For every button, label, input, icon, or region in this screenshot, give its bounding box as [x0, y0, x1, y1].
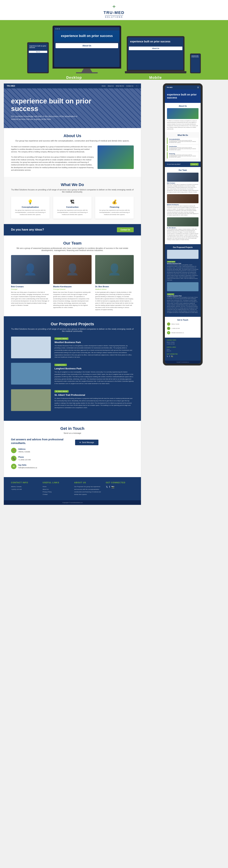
nav-logo: TRU-MED: [7, 85, 15, 87]
team-name-3: Dr. Ben Brown: [95, 285, 134, 288]
facebook-footer-icon[interactable]: f: [109, 486, 110, 488]
service-title-1: Conceptualization: [14, 206, 47, 208]
team-card-1: 👤 Bob Cromars Principal Bob has over thi…: [11, 255, 50, 311]
nav-what-we-do[interactable]: What We Do: [116, 85, 124, 87]
about-subtitle: Our group has experience and success wit…: [11, 140, 134, 142]
hamburger-icon[interactable]: ☰: [197, 86, 199, 88]
laptop-mockup: experience built on prior success About …: [125, 36, 186, 73]
mobile-team-bio-3: A short graduate with a degree in family…: [167, 228, 198, 241]
mobile-service-title-3: Financing: [169, 153, 197, 154]
mobile-phone-text: +1 (403) 123 346: [171, 328, 180, 329]
footer-link-about[interactable]: About Us: [43, 488, 71, 491]
tablet-hero: experience built on prior success: [28, 43, 48, 50]
mobile-team-card-2: Blanke Kernhauzen Blanko has more than 2…: [167, 194, 198, 216]
team-name-1: Bob Cromars: [11, 285, 50, 288]
mobile-team-name-2: Blanke Kernhauzen: [167, 204, 198, 205]
mobile-team-photo-2: [167, 194, 198, 203]
project-image-3: [11, 389, 51, 411]
contact-email-detail: Say Hello hello@trumedsolutions.ca: [18, 464, 37, 469]
mobile-projects-section: Our Proposed Projects Langdon, Alberta W…: [165, 244, 201, 317]
construction-icon: 🏗: [56, 199, 89, 205]
tablet-frame: experience built on prior success About …: [27, 42, 49, 73]
mobile-contact-section: Get in Touch 📍 Alberta, Canada 📞 +1 (403…: [165, 317, 201, 338]
monitor-stand: [82, 69, 92, 72]
mobile-instagram-icon[interactable]: 📷: [171, 355, 173, 358]
logo: + TRU-MED SOLUTIONS: [103, 3, 124, 18]
ideas-banner: Do you have any ideas? Contact Us: [4, 224, 141, 236]
footer-columns: Contact Info Alberta, Canada +1(403) 123…: [11, 482, 134, 496]
footer-link-contact[interactable]: Contact: [43, 493, 71, 496]
mobile-team-section: Our Team Bob Cromars Bob has over thirty…: [165, 167, 201, 244]
mobile-service-1: Conceptualization Our group has experien…: [167, 138, 198, 144]
mobile-twitter-icon[interactable]: 𝕏: [167, 355, 168, 358]
logo-text: TRU-MED: [103, 10, 124, 15]
logo-icon: +: [112, 3, 116, 10]
project-tag-1: Langdon, Alberta: [55, 337, 68, 340]
copyright-text: Copyright © trumedsolutions.ca: [11, 502, 134, 503]
team-photo-1: 👤: [11, 255, 50, 284]
footer-link-home[interactable]: Home: [43, 486, 71, 488]
instagram-icon[interactable]: i: [138, 85, 138, 87]
footer-about-col: About Us Our Proposed Our group has expe…: [74, 482, 102, 496]
mobile-project-1: Langdon, Alberta Westfort Business Park …: [167, 250, 198, 281]
mobile-footer-link-about[interactable]: About Us: [167, 350, 199, 352]
monitor-nav: [54, 27, 120, 30]
mobile-projects-heading: Our Proposed Projects: [167, 246, 198, 248]
mobile-project-2: Langford, B.C. Langford Business Park Th…: [167, 282, 198, 313]
contact-us-button[interactable]: Contact Us: [117, 227, 134, 232]
site-header: + TRU-MED SOLUTIONS: [0, 0, 228, 20]
monitor-hero-text: experience built on prior success: [57, 34, 117, 38]
nav-about[interactable]: About Us: [108, 85, 113, 87]
service-financing: 💰 Financing Our group has experience and…: [95, 196, 134, 219]
mobile-preview-frame: TRU-MED ☰ experience built on prior succ…: [163, 83, 203, 366]
mobile-hero: experience built on prior success: [165, 90, 201, 103]
contact-section: Get in Touch Send us a message Get answe…: [4, 421, 141, 477]
mobile-project-desc-2: The city of Langford is a new municipali…: [167, 297, 198, 313]
person-silhouette-1: 👤: [11, 255, 50, 284]
mobile-footer-contact: Contact Info Alberta, Canada +1(403) 123…: [167, 339, 199, 345]
footer-about-text: Our Proposed Our group has experience an…: [74, 486, 102, 496]
send-button-label: Send Message: [82, 441, 94, 443]
mobile-facebook-icon[interactable]: f: [169, 355, 170, 358]
mobile-team-card-1: Bob Cromars Bob has over thirty years of…: [167, 173, 198, 193]
footer-links-col: Useful Links Home About Us Privacy Polic…: [43, 482, 71, 496]
team-subtitle: We are a group of seasoned business prof…: [11, 247, 134, 251]
mobile-address-text: Alberta, Canada: [171, 323, 179, 324]
nav-contact[interactable]: Contact Us: [126, 85, 133, 87]
send-message-button[interactable]: ✉ Send Message: [75, 440, 98, 445]
services-row: 💡 Conceptualization Our group has experi…: [11, 196, 134, 219]
mobile-contact-button[interactable]: Contact Us: [190, 163, 198, 165]
service-conceptualization: 💡 Conceptualization Our group has experi…: [11, 196, 50, 219]
mobile-nav-logo: TRU-MED: [167, 87, 172, 88]
monitor-frame: experience built on prior success About …: [53, 26, 121, 69]
projects-subtitle: Tru-Med Solutions focuses on providing a…: [11, 328, 134, 332]
device-showcase: experience built on prior success About …: [0, 20, 228, 80]
person-silhouette-2: 👤: [53, 255, 92, 284]
phone-hero: experience built on prior success: [191, 54, 200, 58]
address-icon: 📍: [11, 448, 17, 453]
team-photo-2: 👤: [53, 255, 92, 284]
nav-home[interactable]: Home: [102, 85, 105, 87]
about-content: Tru-Med is an investment company put tog…: [11, 146, 134, 172]
project-text-2: Langford, B.C. Langford Business Park Th…: [55, 363, 134, 385]
ideas-text: Do you have any ideas?: [11, 228, 44, 231]
about-image: [98, 146, 134, 169]
team-card-2: 👤 Blanke Kernhauzen Principal Director B…: [53, 255, 92, 311]
projects-section: Our Proposed Projects Tru-Med Solutions …: [4, 316, 141, 421]
what-we-do-heading: What We Do: [11, 182, 134, 187]
mobile-service-title-1: Conceptualization: [169, 138, 197, 140]
mobile-service-title-2: Construction: [169, 146, 197, 147]
desktop-nav: TRU-MED Home About Us What We Do Contact…: [4, 84, 141, 88]
project-item-1: Langdon, Alberta Westfort Business Park …: [11, 337, 134, 359]
mobile-project-img-1: [167, 250, 198, 259]
contact-phone-detail: Phone +1 (403) 123 346: [18, 456, 31, 461]
facebook-icon[interactable]: f: [136, 85, 137, 87]
nav-links[interactable]: Home About Us What We Do Contact Us: [102, 85, 133, 87]
instagram-footer-icon[interactable]: 📷: [111, 486, 115, 488]
mobile-footer-link-home[interactable]: Home: [167, 348, 199, 350]
project-title-1: Westfort Business Park: [55, 341, 134, 344]
twitter-icon[interactable]: 𝕏: [106, 486, 108, 488]
mobile-nav: TRU-MED ☰: [165, 85, 201, 90]
desktop-column: TRU-MED Home About Us What We Do Contact…: [4, 83, 141, 505]
footer-link-privacy[interactable]: Privacy Policy: [43, 491, 71, 493]
